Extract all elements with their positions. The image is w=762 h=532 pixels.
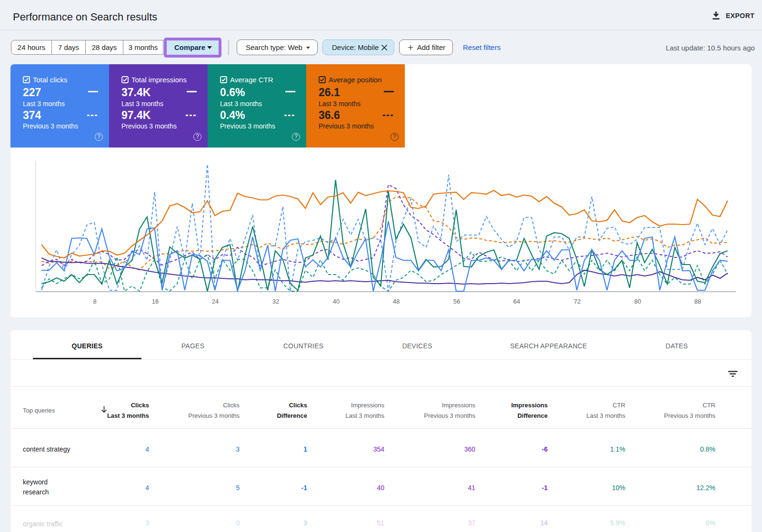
svg-text:40: 40	[333, 298, 340, 305]
svg-text:72: 72	[574, 298, 581, 305]
svg-text:80: 80	[634, 298, 641, 305]
svg-text:24: 24	[212, 298, 219, 305]
svg-text:64: 64	[513, 298, 520, 305]
svg-text:32: 32	[272, 298, 279, 305]
svg-text:16: 16	[152, 298, 159, 305]
svg-text:88: 88	[694, 298, 701, 305]
svg-text:48: 48	[393, 298, 400, 305]
svg-text:8: 8	[93, 298, 96, 305]
svg-text:56: 56	[453, 298, 460, 305]
